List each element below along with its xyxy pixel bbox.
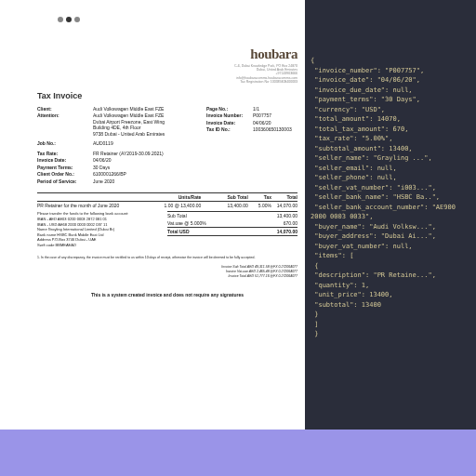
col-tax: Tax xyxy=(248,194,271,200)
line-units: 1.00 @ 13,400.00 xyxy=(154,203,201,208)
client-label: Client: xyxy=(37,106,93,112)
logo-address: C-6, Dubai Knowledge Park, PO Box 24870 … xyxy=(37,64,298,84)
pageno-value: 1/1 xyxy=(253,106,259,112)
clientorder-label: Client Order No.: xyxy=(37,171,93,178)
subtotal-label: Sub Total xyxy=(167,213,187,218)
line-items-table: Units/Rate Sub Total Tax Total PR Retain… xyxy=(37,192,298,209)
invdate-value: 04/06/20 xyxy=(93,157,193,164)
payterms-label: Payment Terms: xyxy=(37,165,93,171)
totals-note: Invoice Sub Total AED 49,311.58 @FX 0.27… xyxy=(37,265,298,279)
logo: houbara xyxy=(37,46,298,62)
total-label: Total USD xyxy=(167,229,190,234)
taxid-value: 100360650130003 xyxy=(253,126,292,133)
invdate2-value: 04/06/20 xyxy=(253,120,271,126)
invnum-label: Invoice Number: xyxy=(206,112,253,119)
footer-bar xyxy=(0,430,476,476)
attention-value: Audi Volkswagen Middle East FZE Dubai Ai… xyxy=(93,112,193,137)
pageno-label: Page No.: xyxy=(206,106,253,112)
jobno-label: Job No.: xyxy=(37,140,93,147)
line-subtotal: 13,400.00 xyxy=(201,203,247,208)
pagination-dots xyxy=(58,17,80,22)
line-total: 14,070.00 xyxy=(271,203,298,208)
col-units: Units/Rate xyxy=(154,194,201,200)
line-desc: PR Retainer for the month of June 2020 xyxy=(37,203,154,208)
client-value: Audi Volkswagen Middle East FZE xyxy=(93,106,193,112)
table-row: PR Retainer for the month of June 2020 1… xyxy=(37,202,298,209)
invnum-value: P007757 xyxy=(253,112,271,119)
invdate-label: Invoice Date: xyxy=(37,157,93,164)
col-subtotal: Sub Total xyxy=(201,194,247,200)
dot-active xyxy=(66,17,72,22)
clientorder-value: 6100001266/BP xyxy=(93,171,193,178)
vat-value: 670.00 xyxy=(284,220,298,226)
signature-note: This is a system created invoice and doe… xyxy=(37,292,298,298)
bank-details: Please transfer the funds to the followi… xyxy=(37,211,167,247)
payterms-value: 30 Days xyxy=(93,165,193,171)
terms: 1. In the case of any discrepancy, the i… xyxy=(37,256,298,260)
total-value: 14,070.00 xyxy=(277,229,298,234)
vat-label: Vat.uae @ 5.000% xyxy=(167,220,206,226)
col-total: Total xyxy=(271,194,298,200)
taxrate-value: FR Retainer (AY2019-30.09.2021) xyxy=(93,151,193,157)
invoice-document: houbara C-6, Dubai Knowledge Park, PO Bo… xyxy=(37,46,298,298)
invdate2-label: Invoice Date: xyxy=(206,120,253,126)
taxid-label: Tax ID No.: xyxy=(206,126,253,133)
json-sidebar: { "invoice_number": "P007757", "invoice_… xyxy=(305,0,476,430)
attention-label: Attention: xyxy=(37,112,93,137)
jobno-value: AUD0119 xyxy=(93,140,193,147)
dot xyxy=(58,17,63,22)
dot xyxy=(74,17,80,22)
period-label: Period of Service: xyxy=(37,178,93,185)
line-tax: 5.00% xyxy=(248,203,271,208)
invoice-title: Tax Invoice xyxy=(37,91,298,100)
period-value: June 2020 xyxy=(93,178,193,185)
subtotal-value: 13,400.00 xyxy=(277,213,298,218)
taxrate-label: Tax Rate: xyxy=(37,151,93,157)
json-content: { "invoice_number": "P007757", "invoice_… xyxy=(311,57,456,337)
